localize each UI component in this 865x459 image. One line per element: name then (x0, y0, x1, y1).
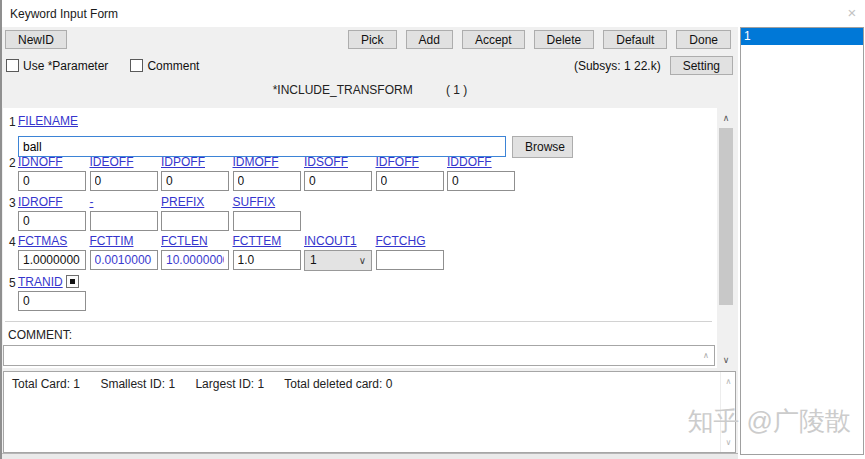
tranid-input[interactable] (18, 291, 86, 311)
field-link-fcttem[interactable]: FCTTEM (233, 234, 301, 250)
row-number: 2 (9, 156, 16, 170)
status-scroll-up-icon[interactable]: ∧ (721, 374, 736, 389)
field-link-idpoff[interactable]: IDPOFF (161, 155, 229, 171)
iddoff-input[interactable] (447, 171, 515, 191)
chevron-down-icon: ∨ (359, 251, 366, 270)
add-button[interactable]: Add (406, 30, 453, 49)
fcttim-input[interactable] (90, 250, 158, 270)
fctlen-input[interactable] (161, 250, 229, 270)
keyword-input-form-window: Keyword Input Form × NewID Pick Add Acce… (0, 0, 865, 459)
tranid-label-wrap: TRANID (18, 275, 86, 291)
keyword-name: *INCLUDE_TRANSFORM (273, 83, 413, 97)
field-link-incout1[interactable]: INCOUT1 (304, 234, 372, 250)
row-fields: IDNOFF IDEOFF IDPOFF IDMOFF (3, 155, 717, 191)
status-scrollbar[interactable]: ∧ ∨ (720, 372, 735, 452)
field-link-idnoff[interactable]: IDNOFF (18, 155, 86, 171)
toolbar-button-group: Pick Add Accept Delete Default Done (348, 30, 731, 49)
window-title: Keyword Input Form (10, 7, 118, 21)
idsoff-input[interactable] (304, 171, 372, 191)
pick-button[interactable]: Pick (348, 30, 397, 49)
comment-checkbox[interactable] (130, 59, 143, 72)
field-idsoff: IDSOFF (304, 155, 372, 191)
fctmas-input[interactable] (18, 250, 86, 270)
form-row-idoffsets: 2 IDNOFF IDEOFF IDPOFF IDMO (3, 155, 717, 191)
scrollbar-thumb[interactable] (719, 128, 733, 305)
status-scroll-down-icon[interactable]: ∨ (721, 435, 736, 450)
use-parameter-checkbox[interactable] (6, 59, 19, 72)
field-link-prefix[interactable]: PREFIX (161, 195, 229, 211)
tranid-pick-button[interactable] (66, 275, 79, 288)
row-fields: FCTMAS FCTTIM FCTLEN FCTTEM (3, 234, 717, 271)
row-number: 5 (9, 276, 16, 290)
left-pane: NewID Pick Add Accept Delete Default Don… (2, 27, 738, 453)
use-parameter-checkbox-wrap[interactable]: Use *Parameter (6, 59, 108, 73)
scroll-down-icon[interactable]: ∨ (718, 352, 734, 368)
form-row-factors: 4 FCTMAS FCTTIM FCTLEN FCTT (3, 234, 717, 271)
field-idmoff: IDMOFF (233, 155, 301, 191)
field-fctchg: FCTCHG (376, 234, 444, 271)
ideoff-input[interactable] (90, 171, 158, 191)
prefix-input[interactable] (161, 211, 229, 231)
list-item[interactable]: 1 (741, 28, 863, 45)
field-link-idroff[interactable]: IDROFF (18, 195, 86, 211)
field-link-fcttim[interactable]: FCTTIM (90, 234, 158, 250)
comment-up-arrow-icon[interactable]: ∧ (699, 347, 713, 364)
idroff-input[interactable] (18, 211, 86, 231)
accept-button[interactable]: Accept (462, 30, 525, 49)
comment-checkbox-label: Comment (147, 59, 199, 73)
options-row: Use *Parameter Comment (Subsys: 1 22.k) … (6, 56, 733, 75)
idmoff-input[interactable] (233, 171, 301, 191)
status-total-deleted: Total deleted card: 0 (284, 377, 392, 391)
keyword-id-list: 1 (740, 27, 864, 455)
comment-input[interactable] (3, 345, 715, 366)
field-link-fctmas[interactable]: FCTMAS (18, 234, 86, 250)
status-box: Total Card: 1 Smallest ID: 1 Largest ID:… (3, 371, 736, 453)
field-dash: - (90, 195, 158, 231)
row-number: 1 (9, 115, 16, 129)
comment-checkbox-wrap[interactable]: Comment (130, 59, 199, 73)
field-link-fctchg[interactable]: FCTCHG (376, 234, 444, 250)
field-link-idsoff[interactable]: IDSOFF (304, 155, 372, 171)
field-fcttim: FCTTIM (90, 234, 158, 271)
idpoff-input[interactable] (161, 171, 229, 191)
field-incout1: INCOUT1 1 ∨ (304, 234, 372, 271)
subsys-label: (Subsys: 1 22.k) (574, 59, 661, 73)
window-bottom-edge (2, 453, 738, 459)
field-fcttem: FCTTEM (233, 234, 301, 271)
field-link-suffix[interactable]: SUFFIX (233, 195, 301, 211)
field-link-tranid[interactable]: TRANID (18, 275, 63, 291)
fcttem-input[interactable] (233, 250, 301, 270)
field-link-filename[interactable]: FILENAME (18, 114, 78, 130)
newid-button[interactable]: NewID (5, 30, 67, 49)
use-parameter-label: Use *Parameter (23, 59, 108, 73)
field-tranid: TRANID (18, 275, 86, 311)
field-link-dash[interactable]: - (90, 195, 158, 211)
suffix-input[interactable] (233, 211, 301, 231)
idfoff-input[interactable] (376, 171, 444, 191)
scroll-up-icon[interactable]: ∧ (718, 110, 734, 126)
status-total-card: Total Card: 1 (12, 377, 80, 391)
setting-button[interactable]: Setting (670, 56, 733, 75)
field-link-ideoff[interactable]: IDEOFF (90, 155, 158, 171)
fctchg-input[interactable] (376, 250, 444, 270)
row-fields: FILENAME (3, 114, 717, 130)
form-row-filename: 1 FILENAME Browse (3, 114, 717, 130)
delete-button[interactable]: Delete (534, 30, 595, 49)
status-largest-id: Largest ID: 1 (195, 377, 264, 391)
field-link-idmoff[interactable]: IDMOFF (233, 155, 301, 171)
idnoff-input[interactable] (18, 171, 86, 191)
row-number: 3 (9, 196, 16, 210)
field-link-iddoff[interactable]: IDDOFF (447, 155, 515, 171)
done-button[interactable]: Done (676, 30, 731, 49)
default-button[interactable]: Default (603, 30, 667, 49)
filename-input[interactable] (18, 136, 506, 157)
form-vertical-scrollbar[interactable]: ∧ ∨ (718, 110, 734, 368)
field-prefix: PREFIX (161, 195, 229, 231)
field-link-idfoff[interactable]: IDFOFF (376, 155, 444, 171)
field-fctlen: FCTLEN (161, 234, 229, 271)
field-suffix: SUFFIX (233, 195, 301, 231)
close-icon[interactable]: × (842, 3, 862, 23)
dash-input[interactable] (90, 211, 158, 231)
incout1-dropdown[interactable]: 1 ∨ (304, 250, 372, 271)
field-link-fctlen[interactable]: FCTLEN (161, 234, 229, 250)
